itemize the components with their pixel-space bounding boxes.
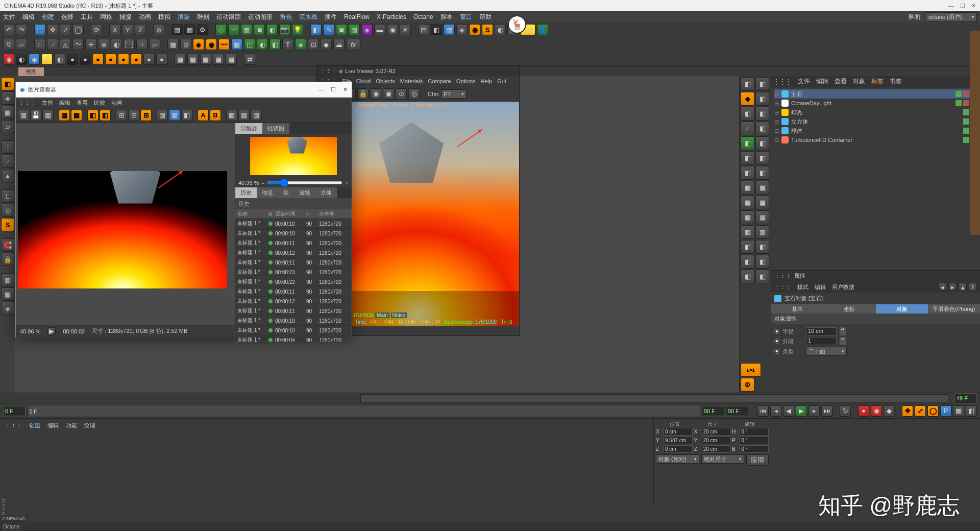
palette-icon[interactable]: ◧ <box>741 151 754 165</box>
object-mode-icon[interactable]: ◈ <box>1 91 14 105</box>
coord-input[interactable] <box>740 428 769 436</box>
menu-item[interactable]: 运动跟踪 <box>216 13 241 21</box>
camera-icon[interactable]: 📷 <box>279 24 290 35</box>
palette-icon[interactable]: ◧ <box>741 107 754 120</box>
attr-subtab[interactable]: 基本 <box>771 304 823 313</box>
palette-icon[interactable]: ▦ <box>755 210 769 224</box>
key-all-icon[interactable]: ◧ <box>966 405 977 417</box>
palette-icon[interactable]: ◧ <box>755 255 769 269</box>
menu-item[interactable]: 工具 <box>81 13 93 21</box>
lv-menu-item[interactable]: Options <box>456 78 476 84</box>
octane-tool-icon[interactable]: ◐ <box>495 24 506 35</box>
object-row[interactable]: ⊟灯光 <box>774 108 977 117</box>
quantize-icon[interactable]: ▦ <box>167 39 179 50</box>
key-pos-icon[interactable]: ✥ <box>902 405 913 417</box>
fx-icon[interactable]: fx <box>346 39 360 50</box>
play-icon[interactable]: ▶ <box>796 405 807 417</box>
pv-play-icon[interactable]: ▶ <box>47 327 56 335</box>
segments-input[interactable]: 1 <box>806 337 837 345</box>
pv-history-row[interactable]: 未标题 1 *00:00:10901280x720 <box>235 326 352 335</box>
palette-icon[interactable]: ◧ <box>755 122 769 135</box>
pv-zoom-minus-icon[interactable]: - <box>262 180 264 186</box>
window-close-icon[interactable]: ✕ <box>971 3 976 9</box>
window-maximize-icon[interactable]: ☐ <box>960 3 965 9</box>
octane-sun-icon[interactable]: ☀ <box>41 54 53 65</box>
pv-tool-icon[interactable]: ▦ <box>18 110 29 121</box>
sweep-icon[interactable]: ◈ <box>295 39 306 50</box>
menu-item[interactable]: 选择 <box>61 13 74 21</box>
takes-icon[interactable]: ▤ <box>418 24 429 35</box>
mograph-icon[interactable]: ▦ <box>444 24 455 35</box>
menu-item[interactable]: 文件 <box>3 13 15 21</box>
snap-spline-icon[interactable]: 〜 <box>72 39 84 50</box>
object-row[interactable]: ⊟宝石 <box>774 89 977 99</box>
goto-start-icon[interactable]: ⏮ <box>757 405 769 417</box>
autokey-icon[interactable]: ◉ <box>871 405 882 417</box>
pv-menu-item[interactable]: 比较 <box>94 99 105 107</box>
frame-end2[interactable]: 90 F <box>726 406 748 416</box>
light2-icon[interactable]: ☀ <box>400 24 411 35</box>
pv-minimize-icon[interactable]: — <box>318 86 324 93</box>
viewport-solo-icon[interactable]: ◎ <box>1 204 14 217</box>
symmetry-icon[interactable]: ◧ <box>270 39 281 50</box>
octane-mat3-icon[interactable]: ● <box>92 54 104 65</box>
pv-hist-tab[interactable]: 历史 <box>235 187 257 198</box>
xpresso-icon[interactable]: ◉ <box>469 24 480 35</box>
menu-item[interactable]: 渲染 <box>178 13 190 21</box>
palette-icon[interactable]: ◧ <box>755 92 769 106</box>
radius-input[interactable]: 10 cm <box>806 327 837 335</box>
pv-tool-icon[interactable]: ▦ <box>251 110 262 121</box>
loop-icon[interactable]: ↻ <box>840 405 851 417</box>
attr-user-tab[interactable]: 用户数据 <box>832 283 854 291</box>
coord-input[interactable] <box>664 437 693 444</box>
subdiv-icon[interactable]: ▣ <box>336 24 347 35</box>
environment-icon[interactable]: ◐ <box>266 24 278 35</box>
pv-tool-icon[interactable]: ▦ <box>59 110 70 121</box>
snap-workplane-icon[interactable]: ▱ <box>149 39 160 50</box>
palette-icon[interactable]: ◧ <box>755 166 769 180</box>
obj-tab[interactable]: 对象 <box>853 77 865 86</box>
camera2-icon[interactable]: ◉ <box>387 24 398 35</box>
key-param-icon[interactable]: P <box>940 405 951 417</box>
menu-item[interactable]: Octane <box>413 13 433 20</box>
lv-channel-select[interactable]: PT <box>441 89 467 99</box>
locked-icon[interactable]: 🔒 <box>1 253 14 266</box>
texture-mode-icon[interactable]: ▦ <box>1 106 14 119</box>
pv-menu-item[interactable]: 动画 <box>111 99 122 107</box>
octane-mat6-icon[interactable]: ● <box>131 54 142 65</box>
octane-node3-icon[interactable]: ▦ <box>200 54 211 65</box>
pv-zoom-slider[interactable] <box>267 181 342 184</box>
menu-item[interactable]: 编辑 <box>22 13 35 21</box>
octane-mat1-icon[interactable]: ● <box>67 54 78 65</box>
workplane-icon[interactable]: ▱ <box>16 39 27 50</box>
window-minimize-icon[interactable]: — <box>948 3 954 9</box>
keyframe-icon[interactable]: ◆ <box>884 405 895 417</box>
selection-icon[interactable]: S <box>1 218 14 231</box>
lv-menu-item[interactable]: Gui <box>497 78 506 84</box>
type-select[interactable]: 二十面 <box>806 347 847 356</box>
obj-tab[interactable]: 文件 <box>798 77 810 86</box>
rotate-tool-icon[interactable]: ◯ <box>72 24 84 35</box>
pv-tool-icon[interactable]: ▦ <box>226 110 237 121</box>
attr-mode-tab[interactable]: 模式 <box>797 283 808 291</box>
lv-sphere-icon[interactable]: ◉ <box>370 88 381 100</box>
menu-item[interactable]: 角色 <box>280 13 292 21</box>
attr-subtab[interactable]: 平滑着色(Phong) <box>928 304 980 313</box>
landscape-icon[interactable]: ⛰ <box>333 39 345 50</box>
obj-tab[interactable]: 编辑 <box>816 77 828 86</box>
frame-start[interactable]: 0 F <box>3 406 26 416</box>
attr-subtab[interactable]: 坐标 <box>823 304 875 313</box>
palette-icon[interactable]: ▦ <box>741 210 754 224</box>
light-icon[interactable]: 💡 <box>292 24 303 35</box>
axis-y-icon[interactable]: Y <box>122 24 133 35</box>
move-tool-icon[interactable]: ✥ <box>47 24 58 35</box>
palette-icon[interactable]: ▦ <box>755 181 769 195</box>
segments-radio[interactable] <box>774 339 779 344</box>
pv-tool-icon[interactable]: ▦ <box>169 110 180 121</box>
model-mode-icon[interactable]: ◧ <box>1 77 14 90</box>
palette-icon[interactable]: ◧ <box>741 166 754 180</box>
layout-select[interactable]: octane (用户) <box>926 12 977 21</box>
coord-input[interactable] <box>664 428 693 436</box>
lv-menu-item[interactable]: Cloud <box>356 78 371 84</box>
palette-icon[interactable]: ◧ <box>741 255 754 269</box>
